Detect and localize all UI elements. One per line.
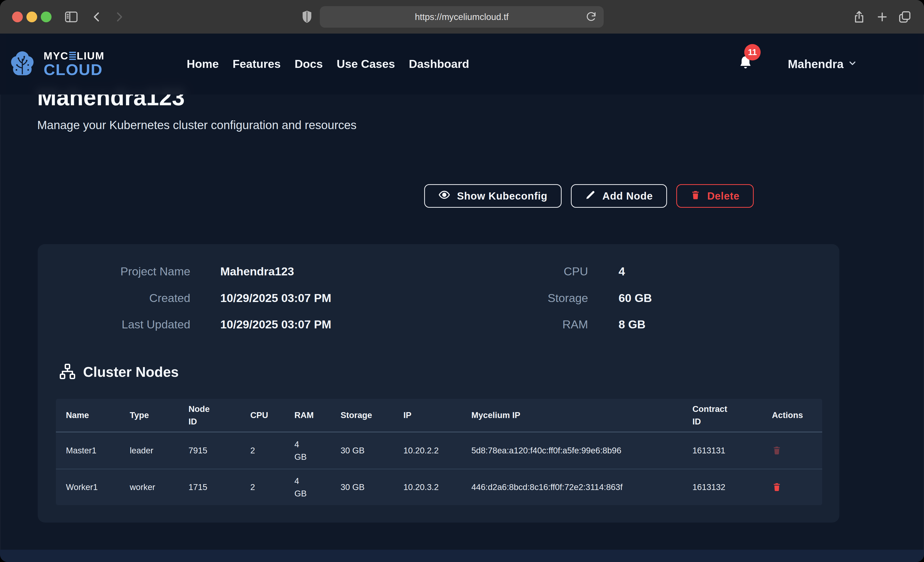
bell-icon [738,68,753,72]
delete-label: Delete [707,190,740,202]
nav-links: Home Features Docs Use Cases Dashboard [187,57,469,71]
delete-cluster-button[interactable]: Delete [676,184,754,208]
col-storage: Storage [340,409,404,422]
node-cpu: 2 [250,481,294,493]
mycelium-cloud-logo[interactable]: MYCLIUM CLOUD [7,48,104,80]
trash-icon [772,481,782,493]
tab-overview-icon[interactable] [898,10,912,24]
back-button[interactable] [90,10,104,24]
ram-label: RAM [472,318,588,331]
network-icon [59,362,76,382]
url-text: https://myceliumcloud.tf [415,12,509,22]
forward-button[interactable] [112,10,126,24]
node-contract-id: 1613132 [692,481,772,493]
zoom-window-button[interactable] [41,12,51,22]
last-updated-value: 10/29/2025 03:07 PM [220,318,332,331]
trash-icon [772,445,782,457]
cpu-value: 4 [619,265,625,278]
reload-icon[interactable] [585,10,597,23]
cpu-label: CPU [472,265,588,278]
notification-badge: 11 [744,44,760,60]
cluster-nodes-heading: Cluster Nodes [59,362,179,382]
cluster-nodes-title: Cluster Nodes [83,364,179,380]
sidebar-toggle-button[interactable] [64,10,79,24]
site-navbar: MYCLIUM CLOUD Home Features Docs Use Cas… [0,34,924,94]
nav-link-features[interactable]: Features [232,57,281,71]
col-mycelium-ip: Mycelium IP [471,409,692,422]
table-row-master1: Master1 leader 7915 2 4 GB 30 GB 10.20.2… [56,432,822,469]
user-menu[interactable]: Mahendra [788,57,857,71]
col-type: Type [130,409,189,422]
logo-e-bars [69,52,76,60]
table-row-worker1: Worker1 worker 1715 2 4 GB 30 GB 10.20.3… [56,469,822,505]
col-actions: Actions [772,409,822,422]
node-mycelium-ip: 5d8:78ea:a120:f40c:ff0f:a5fe:99e6:8b96 [471,444,692,457]
footer-strip [0,550,924,562]
nav-link-docs[interactable]: Docs [295,57,323,71]
project-name-value: Mahendra123 [220,265,294,278]
ram-value: 8 GB [619,318,645,331]
node-type: worker [130,481,189,493]
table-header-row: Name Type Node ID CPU RAM Storage IP Myc… [56,399,822,432]
delete-node-button[interactable] [772,481,782,493]
add-node-button[interactable]: Add Node [571,184,667,208]
nav-link-home[interactable]: Home [187,57,219,71]
nav-link-use-cases[interactable]: Use Cases [337,57,395,71]
trash-icon [690,189,700,203]
node-ram: 4 GB [294,438,340,463]
share-icon[interactable] [852,9,866,25]
created-label: Created [75,291,190,305]
node-id: 1715 [189,481,250,493]
node-contract-id: 1613131 [692,444,772,457]
node-type: leader [130,444,189,457]
pencil-icon [585,190,596,203]
page-content: Mahendra123 Manage your Kubernetes clust… [0,34,924,562]
notifications-button[interactable]: 11 [738,54,756,74]
nav-link-dashboard[interactable]: Dashboard [409,57,469,71]
cluster-nodes-table: Name Type Node ID CPU RAM Storage IP Myc… [56,399,822,505]
show-kubeconfig-button[interactable]: Show Kubeconfig [424,184,562,208]
browser-chrome: https://myceliumcloud.tf [0,0,924,34]
mycelium-logo-icon [7,48,38,80]
shield-icon[interactable] [300,9,314,25]
eye-icon [438,189,450,203]
chevron-down-icon [848,57,857,71]
node-storage: 30 GB [340,444,404,457]
new-tab-icon[interactable] [876,10,889,24]
col-node-id: Node ID [189,403,250,428]
node-ram: 4 GB [294,475,340,500]
col-contract-id: Contract ID [692,403,772,428]
col-name: Name [66,409,130,422]
add-node-label: Add Node [602,190,653,202]
minimize-window-button[interactable] [26,12,37,22]
col-ip: IP [404,409,471,422]
node-storage: 30 GB [340,481,404,493]
close-window-button[interactable] [12,12,23,22]
page-subtitle: Manage your Kubernetes cluster configura… [37,118,357,132]
node-ip: 10.20.2.2 [404,444,471,457]
storage-value: 60 GB [619,291,652,305]
node-mycelium-ip: 446:d2a6:8bcd:8c16:ff0f:72e2:3114:863f [471,481,692,493]
node-ip: 10.20.3.2 [404,481,471,493]
address-bar[interactable]: https://myceliumcloud.tf [320,6,604,28]
node-cpu: 2 [250,444,294,457]
storage-label: Storage [472,291,588,305]
col-cpu: CPU [250,409,294,422]
project-name-label: Project Name [75,265,190,278]
delete-node-button-disabled[interactable] [772,445,782,457]
cluster-details-card: Project Name Mahendra123 Created 10/29/2… [38,244,839,523]
browser-window: Mahendra123 Manage your Kubernetes clust… [0,0,924,562]
created-value: 10/29/2025 03:07 PM [220,291,332,305]
node-id: 7915 [189,444,250,457]
user-name: Mahendra [788,57,843,71]
cluster-actions-toolbar: Show Kubeconfig Add Node Delete [424,184,754,208]
col-ram: RAM [294,409,340,422]
node-name: Master1 [66,444,130,457]
node-name: Worker1 [66,481,130,493]
last-updated-label: Last Updated [75,318,190,331]
show-kubeconfig-label: Show Kubeconfig [457,190,548,202]
logo-wordmark: MYCLIUM CLOUD [44,51,104,78]
